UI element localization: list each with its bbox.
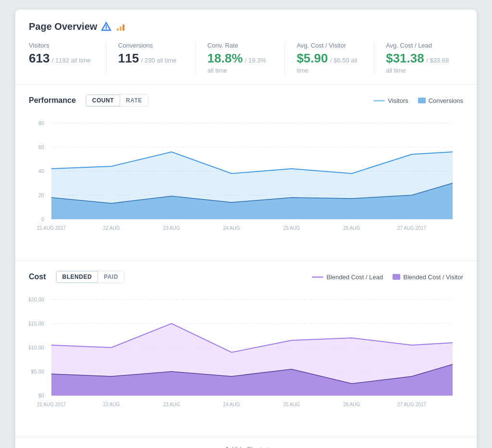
legend-visitors-line: [373, 100, 385, 101]
cost-chart-container: $20.00 $15.00 $10.00 $5.00 $0: [29, 291, 463, 427]
legend-visitors: Visitors: [373, 97, 408, 104]
performance-tab-rate[interactable]: RATE: [120, 95, 148, 106]
svg-text:24 AUG: 24 AUG: [223, 225, 240, 231]
chart-icon: [221, 445, 229, 448]
legend-blended-visitor-box: [393, 274, 400, 280]
metric-avg-cost-lead-number: $31.38: [386, 51, 424, 65]
svg-text:26 AUG: 26 AUG: [343, 225, 360, 231]
svg-text:25 AUG: 25 AUG: [283, 402, 300, 407]
cost-section: Cost BLENDED PAID Blended Cost / Lead Bl…: [15, 261, 477, 437]
legend-blended-visitor: Blended Cost / Visitor: [393, 274, 463, 281]
header-section: Page Overview Visitors 613 / 1192: [15, 10, 477, 85]
svg-text:20: 20: [38, 192, 44, 198]
performance-tab-group: COUNT RATE: [86, 94, 148, 107]
hide-chart-section: Hide Chart: [15, 437, 477, 448]
metric-conversions-number: 115: [118, 51, 139, 65]
cost-header: Cost BLENDED PAID Blended Cost / Lead Bl…: [29, 271, 463, 283]
performance-tab-count[interactable]: COUNT: [86, 95, 120, 106]
svg-text:21 AUG 2017: 21 AUG 2017: [37, 402, 66, 407]
cost-tab-group: BLENDED PAID: [56, 271, 124, 283]
legend-blended-lead: Blended Cost / Lead: [312, 274, 383, 281]
metric-conv-rate-value: 18.8% / 19.3% all time: [208, 51, 273, 75]
svg-text:40: 40: [38, 168, 44, 174]
metric-conversions-sub: / 230 all time: [141, 57, 177, 64]
metric-avg-cost-lead: Avg. Cost / Lead $31.38 / $33.68 all tim…: [386, 42, 463, 75]
metric-conversions: Conversions 115 / 230 all time: [118, 42, 196, 75]
metric-avg-cost-visitor-label: Avg. Cost / Visitor: [296, 42, 362, 49]
adwords-icon: [101, 22, 111, 32]
svg-text:60: 60: [38, 144, 44, 150]
legend-conversions-label: Conversions: [429, 97, 463, 104]
metric-avg-cost-lead-label: Avg. Cost / Lead: [386, 42, 452, 49]
metric-conv-rate-label: Conv. Rate: [208, 42, 273, 49]
metric-visitors-sub: / 1192 all time: [52, 57, 91, 64]
metric-visitors-value: 613 / 1192 all time: [29, 51, 95, 66]
svg-text:$0: $0: [38, 393, 44, 398]
svg-rect-5: [120, 26, 122, 31]
analytics-icon: [115, 22, 126, 32]
svg-text:23 AUG: 23 AUG: [163, 225, 180, 231]
metric-conv-rate-number: 18.8%: [208, 51, 243, 65]
svg-rect-4: [117, 28, 119, 31]
metrics-row: Visitors 613 / 1192 all time Conversions…: [29, 42, 463, 75]
svg-text:26 AUG: 26 AUG: [343, 402, 360, 407]
svg-text:24 AUG: 24 AUG: [223, 402, 240, 407]
metric-avg-cost-visitor: Avg. Cost / Visitor $5.90 / $6.50 all ti…: [296, 42, 374, 75]
cost-tab-paid[interactable]: PAID: [98, 271, 124, 283]
metric-avg-cost-lead-value: $31.38 / $33.68 all time: [386, 51, 452, 75]
chevron-up-icon: [265, 446, 271, 448]
hide-chart-button[interactable]: Hide Chart: [221, 445, 271, 448]
metric-conversions-label: Conversions: [118, 42, 184, 49]
performance-header: Performance COUNT RATE Visitors Conversi…: [29, 94, 463, 107]
legend-blended-visitor-label: Blended Cost / Visitor: [403, 274, 463, 281]
svg-text:$15.00: $15.00: [29, 321, 44, 326]
page-title: Page Overview: [29, 21, 463, 32]
performance-legend: Visitors Conversions: [373, 97, 463, 104]
page-title-text: Page Overview: [29, 21, 97, 32]
svg-text:0: 0: [41, 216, 44, 222]
cost-title: Cost: [29, 273, 46, 281]
performance-chart-container: 80 60 40 20 0: [29, 114, 463, 251]
legend-blended-lead-label: Blended Cost / Lead: [326, 274, 383, 281]
metric-conversions-value: 115 / 230 all time: [118, 51, 184, 66]
metric-visitors-number: 613: [29, 51, 49, 65]
svg-text:22 AUG: 22 AUG: [103, 225, 120, 231]
legend-conversions-box: [418, 98, 426, 103]
legend-conversions: Conversions: [418, 97, 463, 104]
svg-rect-6: [123, 25, 124, 31]
svg-text:25 AUG: 25 AUG: [283, 225, 300, 231]
page-overview-card: Page Overview Visitors 613 / 1192: [15, 10, 477, 448]
svg-text:27 AUG 2017: 27 AUG 2017: [397, 402, 426, 407]
svg-text:23 AUG: 23 AUG: [163, 402, 180, 407]
performance-section: Performance COUNT RATE Visitors Conversi…: [15, 85, 477, 261]
cost-header-left: Cost BLENDED PAID: [29, 271, 124, 283]
metric-avg-cost-visitor-value: $5.90 / $6.50 all time: [296, 51, 362, 75]
performance-header-left: Performance COUNT RATE: [29, 94, 148, 107]
performance-title: Performance: [29, 96, 76, 105]
svg-text:21 AUG 2017: 21 AUG 2017: [37, 225, 66, 231]
svg-text:$10.00: $10.00: [29, 345, 44, 350]
metric-avg-cost-visitor-number: $5.90: [296, 51, 328, 65]
performance-chart: 80 60 40 20 0: [29, 114, 463, 249]
svg-text:$20.00: $20.00: [29, 297, 44, 302]
svg-text:80: 80: [38, 120, 44, 126]
metric-conv-rate: Conv. Rate 18.8% / 19.3% all time: [208, 42, 285, 75]
metric-visitors: Visitors 613 / 1192 all time: [29, 42, 107, 75]
cost-tab-blended[interactable]: BLENDED: [56, 271, 98, 283]
cost-legend: Blended Cost / Lead Blended Cost / Visit…: [312, 274, 463, 281]
svg-text:$5.00: $5.00: [31, 369, 44, 374]
legend-blended-lead-line: [312, 276, 323, 278]
cost-chart: $20.00 $15.00 $10.00 $5.00 $0: [29, 291, 463, 425]
legend-visitors-label: Visitors: [388, 97, 408, 104]
svg-text:22 AUG: 22 AUG: [103, 402, 120, 407]
metric-visitors-label: Visitors: [29, 42, 95, 49]
svg-point-3: [106, 28, 107, 29]
svg-text:27 AUG 2017: 27 AUG 2017: [397, 225, 426, 231]
hide-chart-label: Hide Chart: [232, 446, 262, 448]
